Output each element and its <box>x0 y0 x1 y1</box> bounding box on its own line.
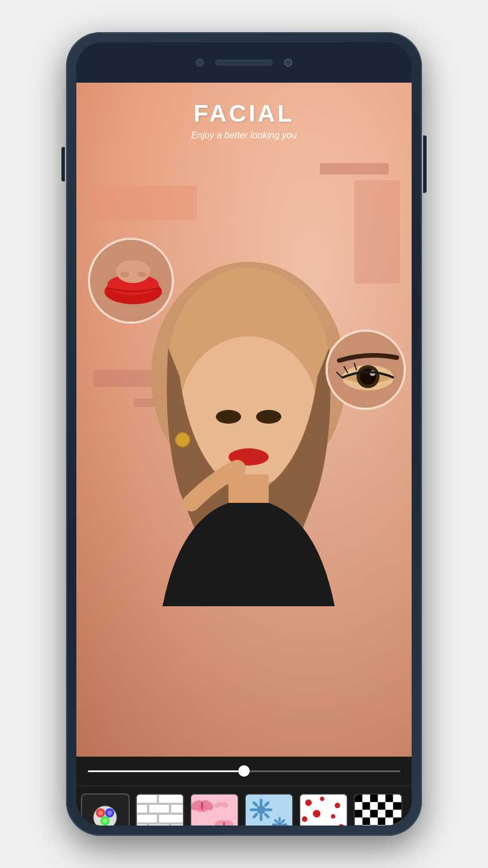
texture-row: Color Pall... <box>76 785 412 826</box>
camera-front <box>284 59 292 67</box>
svg-line-58 <box>254 803 257 805</box>
texture-item-palette[interactable]: Color Pall... <box>79 793 131 826</box>
woman-portrait-svg <box>76 140 412 757</box>
svg-rect-90 <box>393 795 401 802</box>
svg-point-11 <box>116 260 150 283</box>
main-photo-area <box>76 140 412 757</box>
svg-rect-113 <box>385 825 393 826</box>
slider-thumb[interactable] <box>238 765 250 777</box>
palette-icon <box>88 800 122 826</box>
svg-rect-91 <box>355 802 362 809</box>
texture-thumb-cherry[interactable] <box>299 793 348 826</box>
svg-rect-98 <box>362 809 370 817</box>
texture-item-calendula[interactable]: Calendula <box>243 793 295 826</box>
svg-point-25 <box>103 819 107 823</box>
svg-rect-107 <box>385 817 393 825</box>
svg-rect-26 <box>137 795 183 826</box>
cherry-icon <box>300 793 347 826</box>
svg-rect-88 <box>378 795 385 802</box>
svg-point-5 <box>216 410 241 424</box>
phone-screen-container: FACIAL Enjoy a better looking you <box>76 42 412 826</box>
texture-thumb-checker[interactable] <box>354 793 402 826</box>
phone-wrapper: FACIAL Enjoy a better looking you <box>0 0 488 868</box>
phone-top-bar <box>76 42 412 83</box>
checker-icon <box>355 793 401 826</box>
svg-point-73 <box>320 796 324 801</box>
texture-thumb-bricks[interactable] <box>135 793 184 826</box>
texture-thumb-butterfly[interactable] <box>190 793 239 826</box>
svg-rect-99 <box>370 809 377 817</box>
circle-inset-eye <box>326 330 406 410</box>
svg-rect-93 <box>370 802 377 809</box>
svg-rect-92 <box>362 802 370 809</box>
svg-point-76 <box>312 809 320 817</box>
svg-line-69 <box>282 820 284 822</box>
svg-rect-112 <box>378 825 385 826</box>
svg-rect-95 <box>385 802 393 809</box>
svg-rect-100 <box>378 809 385 817</box>
svg-rect-94 <box>378 802 385 809</box>
svg-rect-104 <box>362 817 370 825</box>
svg-line-61 <box>254 814 257 817</box>
svg-point-77 <box>331 814 335 819</box>
texture-item-cherry[interactable]: Cherry <box>297 793 349 826</box>
svg-point-53 <box>257 805 265 814</box>
texture-item-bricks[interactable]: Bricks <box>134 793 185 826</box>
speaker-grille <box>215 60 273 65</box>
svg-point-12 <box>120 272 129 277</box>
texture-thumb-palette[interactable] <box>81 793 130 826</box>
svg-rect-97 <box>355 809 362 817</box>
svg-rect-102 <box>393 809 401 817</box>
svg-point-24 <box>107 811 112 815</box>
app-title: FACIAL <box>76 100 412 127</box>
svg-rect-108 <box>393 817 401 825</box>
svg-rect-89 <box>385 795 393 802</box>
svg-point-72 <box>305 799 311 805</box>
slider-fill <box>88 770 244 772</box>
butterfly-icon <box>191 793 238 826</box>
svg-rect-96 <box>393 802 401 809</box>
bricks-icon <box>137 793 183 826</box>
svg-rect-101 <box>385 809 393 817</box>
phone-device: FACIAL Enjoy a better looking you <box>66 32 422 836</box>
svg-point-44 <box>201 801 203 809</box>
svg-rect-86 <box>362 795 370 802</box>
app-subtitle: Enjoy a better looking you <box>76 130 412 141</box>
adjustment-slider[interactable] <box>76 757 412 785</box>
svg-rect-110 <box>362 825 370 826</box>
main-screen: FACIAL Enjoy a better looking you <box>76 83 412 757</box>
svg-line-59 <box>265 814 268 817</box>
svg-point-75 <box>301 816 307 822</box>
slider-track[interactable] <box>88 770 400 772</box>
svg-point-23 <box>98 811 103 815</box>
svg-point-7 <box>176 433 189 447</box>
svg-rect-87 <box>370 795 377 802</box>
svg-rect-114 <box>393 825 401 826</box>
svg-rect-105 <box>370 817 377 825</box>
screen-header: FACIAL Enjoy a better looking you <box>76 83 412 141</box>
camera-dot-left <box>196 59 204 67</box>
svg-point-6 <box>256 410 281 424</box>
svg-point-13 <box>137 272 146 277</box>
circle-inset-lips <box>88 238 174 324</box>
texture-item-checker[interactable]: Che <box>352 793 404 826</box>
texture-thumb-calendula[interactable] <box>245 793 293 826</box>
svg-rect-85 <box>355 795 362 802</box>
svg-line-67 <box>275 820 277 822</box>
calendula-icon <box>246 793 292 826</box>
svg-rect-106 <box>378 817 385 825</box>
svg-line-60 <box>265 803 268 805</box>
texture-item-butterfly[interactable]: Butterfly <box>188 793 240 826</box>
svg-rect-103 <box>355 817 362 825</box>
svg-rect-111 <box>370 825 377 826</box>
svg-point-74 <box>335 803 340 808</box>
svg-rect-109 <box>355 825 362 826</box>
